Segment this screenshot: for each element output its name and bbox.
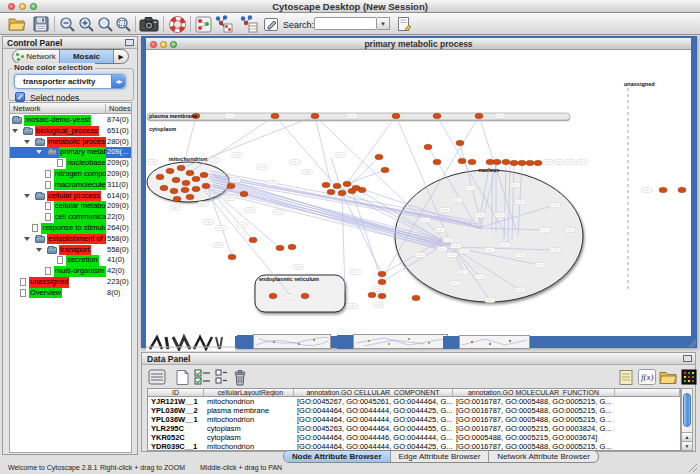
search-config-button[interactable]	[394, 15, 414, 33]
tree-row[interactable]: nitrogen compo209(0)	[10, 169, 131, 180]
network-node[interactable]	[327, 189, 335, 195]
network-node[interactable]	[343, 181, 351, 187]
float-panel-icon[interactable]	[683, 355, 692, 362]
attribute-browser-tab[interactable]: Edge Attribute Browser	[391, 451, 490, 462]
background-window-preview[interactable]	[353, 334, 448, 349]
tree-row[interactable]: establishment of lo558(0)	[10, 234, 131, 245]
network-node[interactable]	[433, 113, 441, 119]
network-node[interactable]	[200, 172, 208, 178]
unselect-attributes-button[interactable]	[211, 367, 231, 387]
network-node[interactable]	[378, 293, 386, 299]
matrix-view-button[interactable]	[679, 367, 699, 387]
tree-label[interactable]: cell communicat	[54, 212, 106, 223]
network-node[interactable]	[678, 187, 686, 193]
tree-label[interactable]: unassigned	[29, 277, 69, 288]
scroll-down-arrow[interactable]: ▼	[682, 441, 692, 450]
tree-row[interactable]: Overview8(0)	[10, 288, 131, 299]
window-resize-grip[interactable]	[688, 339, 696, 347]
attribute-table[interactable]: ID_cellularLayoutRegionannotation.GO CEL…	[147, 388, 681, 451]
expander-icon[interactable]	[24, 194, 30, 198]
plasma-membrane-region[interactable]	[147, 113, 570, 120]
network-node[interactable]	[502, 159, 510, 165]
tree-row[interactable]: secretion41(0)	[10, 255, 131, 266]
network-node[interactable]	[181, 187, 189, 193]
network-node[interactable]	[182, 180, 190, 186]
tree-row[interactable]: macromolecule311(0)	[10, 180, 131, 191]
app-resize-grip[interactable]	[688, 463, 697, 472]
network-window-title-bar[interactable]: primary metabolic process	[146, 38, 691, 50]
network-node[interactable]	[518, 160, 526, 166]
network-node[interactable]	[288, 244, 296, 250]
import-attributes-button[interactable]	[658, 367, 678, 387]
new-attribute-button[interactable]	[172, 367, 192, 387]
tree-row[interactable]: cell communicat22(0)	[10, 212, 131, 223]
scroll-up-arrow[interactable]: ▲	[682, 432, 692, 441]
network-node[interactable]	[322, 182, 330, 188]
background-window-corner[interactable]	[237, 335, 253, 349]
tree-row[interactable]: primary metabo209(...	[10, 147, 131, 158]
tree-label[interactable]: establishment of lo	[47, 234, 106, 245]
network-node[interactable]	[186, 194, 194, 200]
network-node[interactable]	[378, 279, 386, 285]
network-node[interactable]	[392, 113, 400, 119]
tree-row[interactable]: nucleobase-209(0)	[10, 158, 131, 169]
network-node[interactable]	[433, 159, 441, 165]
tree-row[interactable]: cellular metabo209(0)	[10, 201, 131, 212]
network-node[interactable]	[192, 176, 200, 182]
import-network-button[interactable]	[213, 15, 233, 33]
tree-label[interactable]: response to stimulu	[41, 223, 106, 234]
tree-row[interactable]: response to stimulu264(0)	[10, 223, 131, 234]
tree-row[interactable]: transport558(0)	[10, 245, 131, 256]
background-window-corner[interactable]	[443, 336, 459, 349]
tree-label[interactable]: transport	[59, 245, 91, 256]
network-node[interactable]	[526, 160, 534, 166]
node-color-combobox[interactable]: transporter activity	[14, 74, 126, 89]
network-node[interactable]	[358, 187, 366, 193]
table-row[interactable]: YPL036W__2plasma membrane[GO:0044464, GO…	[148, 406, 680, 415]
open-file-button[interactable]	[7, 15, 27, 33]
network-node[interactable]	[375, 154, 383, 160]
network-node[interactable]	[192, 186, 200, 192]
network-node[interactable]	[381, 167, 389, 173]
zoom-in-button[interactable]	[76, 15, 96, 33]
formula-builder-button[interactable]: f(x)	[637, 367, 657, 387]
attribute-select-button[interactable]	[147, 367, 167, 387]
network-node[interactable]	[338, 190, 346, 196]
network-node[interactable]	[659, 187, 667, 193]
table-row[interactable]: YPL036W__1mitochondrion[GO:0044464, GO:0…	[148, 415, 680, 424]
network-node[interactable]	[468, 159, 476, 165]
tree-label[interactable]: metabolic process	[47, 137, 106, 148]
network-node[interactable]	[228, 254, 236, 260]
expander-icon[interactable]	[36, 150, 42, 154]
network-node[interactable]	[173, 196, 181, 202]
network-node[interactable]	[156, 174, 164, 180]
table-row[interactable]: YLR295Ccytoplasm[GO:0045263, GO:0044464,…	[148, 424, 680, 433]
background-window-preview[interactable]	[253, 334, 331, 349]
tree-label[interactable]: cellular process	[47, 191, 101, 202]
network-node[interactable]	[186, 170, 194, 176]
network-node[interactable]	[348, 188, 356, 194]
zoom-out-button[interactable]	[57, 15, 77, 33]
nucleus-region[interactable]	[395, 170, 583, 302]
network-node[interactable]	[456, 140, 464, 146]
network-node[interactable]	[333, 183, 341, 189]
network-node[interactable]	[269, 293, 277, 299]
background-window-preview[interactable]	[459, 335, 530, 349]
network-node[interactable]	[378, 271, 386, 277]
tree-label[interactable]: secretion	[66, 255, 98, 266]
network-node[interactable]	[249, 237, 257, 243]
column-header[interactable]: annotation.GO MOLECULAR_FUNCTION	[453, 389, 615, 397]
network-node[interactable]	[172, 177, 180, 183]
network-node[interactable]	[424, 144, 432, 150]
network-node[interactable]	[202, 183, 210, 189]
search-input[interactable]	[314, 17, 377, 30]
tree-label[interactable]: primary metabo	[59, 147, 106, 158]
float-panel-icon[interactable]	[125, 39, 134, 46]
zoom-fit-button[interactable]	[95, 15, 115, 33]
tree-label[interactable]: nucleobase-	[66, 158, 106, 169]
column-header[interactable]: _cellularLayoutRegion	[204, 389, 294, 397]
tree-label[interactable]: nitrogen compo	[54, 169, 106, 180]
tree-label[interactable]: cellular metabo	[54, 201, 106, 212]
network-node[interactable]	[412, 295, 420, 301]
attribute-notes-button[interactable]	[616, 367, 636, 387]
